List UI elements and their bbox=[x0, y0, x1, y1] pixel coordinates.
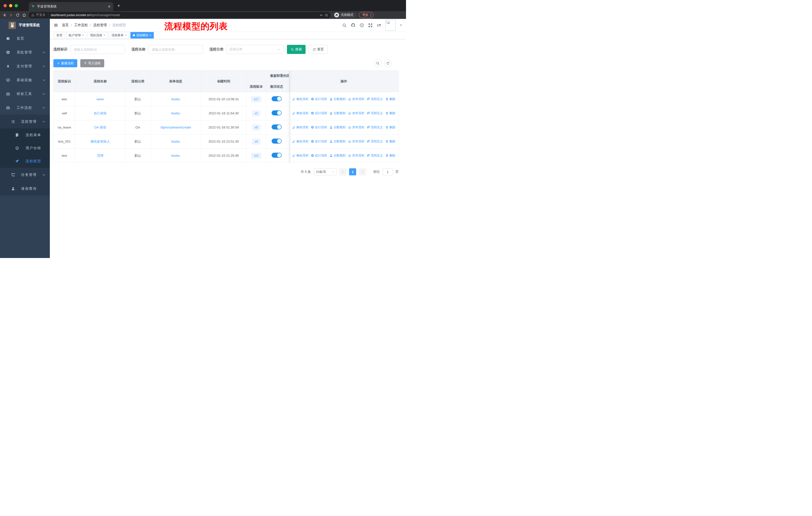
sidebar-item-home[interactable]: 首页 bbox=[0, 31, 50, 45]
page-size-select[interactable]: 10条/页 bbox=[314, 168, 337, 175]
close-icon[interactable]: × bbox=[104, 33, 105, 37]
edit-process-link[interactable]: 修改流程 bbox=[292, 125, 308, 130]
process-name-link[interactable]: eeee bbox=[97, 97, 104, 101]
process-name-link[interactable]: OA 请假 bbox=[94, 126, 106, 129]
publish-process-link[interactable]: 发布流程 bbox=[348, 139, 364, 144]
process-category-select[interactable]: 流程分类 bbox=[227, 45, 283, 54]
publish-process-link[interactable]: 发布流程 bbox=[348, 125, 364, 130]
close-icon[interactable]: × bbox=[149, 33, 151, 37]
publish-process-link[interactable]: 发布流程 bbox=[348, 154, 364, 158]
version-badge[interactable]: v4 bbox=[252, 139, 261, 144]
edit-process-link[interactable]: 修改流程 bbox=[292, 139, 308, 144]
delete-link[interactable]: 删除 bbox=[385, 125, 396, 130]
process-name-link[interactable]: 自己审批 bbox=[94, 111, 107, 115]
refresh-table-button[interactable] bbox=[384, 59, 392, 67]
design-process-link[interactable]: 设计流程 bbox=[311, 139, 327, 144]
active-toggle[interactable] bbox=[271, 125, 282, 130]
delete-link[interactable]: 删除 bbox=[385, 154, 396, 158]
process-definition-link[interactable]: 流程定义 bbox=[367, 125, 383, 130]
publish-process-link[interactable]: 发布流程 bbox=[348, 111, 364, 115]
active-toggle[interactable] bbox=[271, 110, 282, 115]
sidebar-item-user-group[interactable]: 用户分组 bbox=[0, 142, 50, 155]
form-info-link[interactable]: biubiu bbox=[171, 140, 180, 143]
delete-link[interactable]: 删除 bbox=[385, 139, 396, 144]
browser-menu-icon[interactable] bbox=[371, 13, 371, 17]
version-badge[interactable]: v2 bbox=[252, 111, 261, 116]
assign-rule-link[interactable]: 分配规则 bbox=[329, 111, 346, 115]
search-button[interactable]: 搜索 bbox=[287, 45, 306, 54]
sidebar-item-process-form[interactable]: 流程表单 bbox=[0, 129, 50, 142]
process-definition-link[interactable]: 流程定义 bbox=[367, 139, 383, 144]
process-key-input[interactable] bbox=[70, 45, 125, 54]
design-process-link[interactable]: 设计流程 bbox=[311, 111, 327, 115]
breadcrumb-workflow[interactable]: 工作流程 bbox=[74, 23, 88, 27]
version-badge[interactable]: v5 bbox=[252, 125, 261, 130]
fullscreen-icon[interactable] bbox=[368, 23, 373, 27]
window-minimize-button[interactable] bbox=[9, 4, 12, 7]
avatar-caret-icon[interactable] bbox=[400, 25, 402, 27]
assign-rule-link[interactable]: 分配规则 bbox=[329, 154, 346, 158]
chrome-update-button[interactable]: 更新 bbox=[359, 12, 374, 18]
sidebar-item-system[interactable]: 系统管理 bbox=[0, 45, 50, 59]
close-icon[interactable]: × bbox=[82, 33, 84, 37]
process-name-input[interactable] bbox=[148, 45, 203, 54]
sidebar-item-process-mgmt[interactable]: 流程管理 bbox=[0, 115, 50, 129]
active-toggle[interactable] bbox=[271, 139, 282, 144]
home-button[interactable] bbox=[22, 13, 26, 17]
edit-process-link[interactable]: 修改流程 bbox=[292, 111, 308, 115]
active-toggle[interactable] bbox=[271, 153, 282, 158]
goto-page-input[interactable] bbox=[383, 168, 393, 175]
address-bar[interactable]: 不安全 dashboard.yudao.iocoder.cn/bpm/manag… bbox=[29, 12, 331, 18]
edit-process-link[interactable]: 修改流程 bbox=[292, 154, 308, 158]
password-key-icon[interactable] bbox=[320, 13, 323, 17]
process-name-link[interactable]: 测试多审批人 bbox=[90, 140, 110, 143]
forward-button[interactable] bbox=[9, 13, 13, 17]
breadcrumb-process-mgmt[interactable]: 流程管理 bbox=[93, 23, 107, 27]
version-badge[interactable]: v21 bbox=[251, 153, 261, 159]
tag-process-model[interactable]: 流程模型× bbox=[130, 32, 154, 38]
delete-link[interactable]: 删除 bbox=[385, 97, 396, 101]
search-icon[interactable] bbox=[342, 23, 347, 27]
design-process-link[interactable]: 设计流程 bbox=[311, 125, 327, 130]
form-info-link[interactable]: biubiu bbox=[171, 111, 180, 115]
sidebar-item-task-mgmt[interactable]: 任务管理 bbox=[0, 168, 50, 182]
new-tab-button[interactable]: + bbox=[117, 3, 120, 8]
prev-page-button[interactable] bbox=[339, 168, 346, 175]
reset-button[interactable]: 重置 bbox=[309, 45, 328, 54]
delete-link[interactable]: 删除 bbox=[385, 111, 396, 115]
assign-rule-link[interactable]: 分配规则 bbox=[329, 125, 346, 130]
sidebar-item-workflow[interactable]: 工作流程 bbox=[0, 101, 50, 115]
page-number-current[interactable]: 1 bbox=[349, 168, 356, 175]
back-button[interactable] bbox=[2, 13, 6, 17]
browser-tab[interactable]: 芋道管理系统 ✕ bbox=[29, 2, 113, 11]
design-process-link[interactable]: 设计流程 bbox=[311, 97, 327, 101]
collapse-sidebar-icon[interactable] bbox=[54, 23, 58, 27]
github-icon[interactable] bbox=[351, 23, 355, 27]
sidebar-item-payment[interactable]: 支付管理 bbox=[0, 59, 50, 73]
create-process-button[interactable]: 新建流程 bbox=[53, 59, 77, 67]
assign-rule-link[interactable]: 分配规则 bbox=[329, 97, 346, 101]
design-process-link[interactable]: 设计流程 bbox=[311, 154, 327, 158]
tag-my-process[interactable]: 我的流程× bbox=[88, 32, 108, 38]
import-process-button[interactable]: 导入流程 bbox=[80, 59, 104, 67]
window-zoom-button[interactable] bbox=[14, 4, 18, 7]
help-icon[interactable] bbox=[360, 23, 364, 27]
sidebar-item-devtools[interactable]: 研发工具 bbox=[0, 87, 50, 101]
tab-close-icon[interactable]: ✕ bbox=[108, 4, 111, 8]
bookmark-star-icon[interactable] bbox=[325, 13, 328, 17]
window-close-button[interactable] bbox=[3, 4, 7, 7]
form-info-link[interactable]: biubiu bbox=[171, 97, 180, 101]
reload-button[interactable] bbox=[16, 13, 20, 17]
form-info-link[interactable]: /bpm/oa/leave/create bbox=[160, 126, 191, 129]
process-name-link[interactable]: 滔博 bbox=[97, 154, 104, 158]
tag-process-form[interactable]: 流程表单× bbox=[109, 32, 129, 38]
publish-process-link[interactable]: 发布流程 bbox=[348, 97, 364, 101]
next-page-button[interactable] bbox=[359, 168, 366, 175]
tag-home[interactable]: 首页 bbox=[54, 32, 65, 38]
form-info-link[interactable]: biubiu bbox=[171, 154, 180, 158]
active-toggle[interactable] bbox=[271, 96, 282, 101]
edit-process-link[interactable]: 修改流程 bbox=[292, 97, 308, 101]
sidebar-item-process-model[interactable]: 流程模型 bbox=[0, 155, 50, 168]
version-badge[interactable]: v17 bbox=[251, 97, 261, 102]
assign-rule-link[interactable]: 分配规则 bbox=[329, 139, 346, 144]
